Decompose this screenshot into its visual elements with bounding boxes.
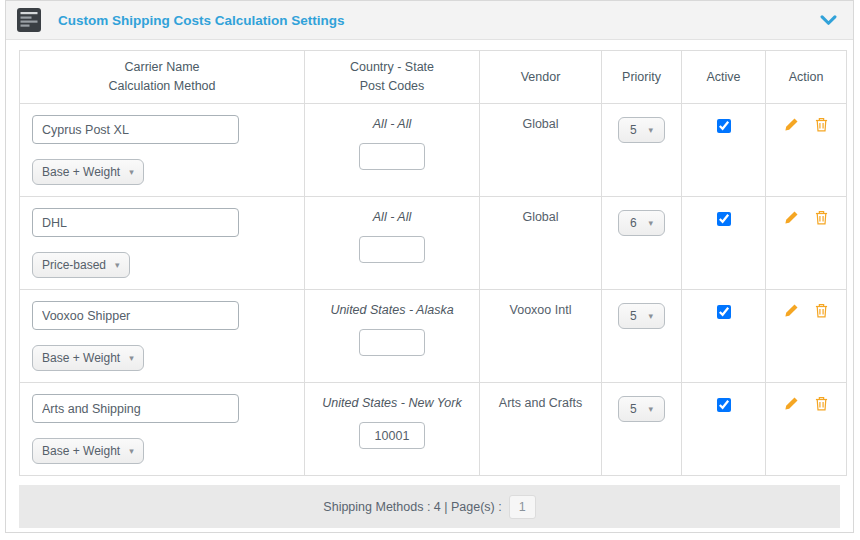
country-state-label: All - All (305, 117, 479, 131)
delete-icon[interactable] (815, 210, 828, 228)
country-cell: All - All (305, 197, 480, 290)
carrier-name-input[interactable] (32, 208, 239, 237)
form-list-icon (16, 7, 42, 33)
calculation-method-select[interactable]: Base + Weight ▾ (32, 438, 144, 464)
shipping-settings-panel: Custom Shipping Costs Calculation Settin… (5, 0, 854, 533)
table-row: Base + Weight ▾ United States - New York… (20, 383, 847, 476)
col-header-line: Priority (602, 68, 681, 87)
caret-down-icon: ▾ (649, 312, 654, 321)
country-cell: United States - Alaska (305, 290, 480, 383)
active-checkbox[interactable] (717, 305, 731, 319)
post-code-input[interactable] (359, 329, 425, 356)
post-code-input[interactable] (359, 236, 425, 263)
col-header-line: Active (682, 68, 765, 87)
active-cell (682, 383, 766, 476)
priority-value: 5 (630, 123, 637, 137)
col-header-line: Action (766, 68, 846, 87)
edit-icon[interactable] (784, 210, 799, 228)
country-state-label: All - All (305, 210, 479, 224)
action-cell (766, 197, 847, 290)
calculation-method-select[interactable]: Base + Weight ▾ (32, 345, 144, 371)
carrier-cell: Base + Weight ▾ (20, 383, 305, 476)
table-row: Base + Weight ▾ United States - Alaska V… (20, 290, 847, 383)
country-cell: United States - New York (305, 383, 480, 476)
post-code-input[interactable] (359, 143, 425, 170)
vendor-cell: Global (480, 104, 602, 197)
active-cell (682, 104, 766, 197)
carrier-cell: Base + Weight ▾ (20, 104, 305, 197)
col-header-action: Action (766, 51, 847, 104)
panel-header: Custom Shipping Costs Calculation Settin… (6, 1, 853, 40)
priority-select[interactable]: 5 ▾ (618, 117, 665, 143)
priority-select[interactable]: 5 ▾ (618, 303, 665, 329)
caret-down-icon: ▾ (129, 168, 134, 177)
active-checkbox[interactable] (717, 119, 731, 133)
vendor-label: Global (522, 210, 558, 224)
vendor-label: Global (522, 117, 558, 131)
table-row: Base + Weight ▾ All - All Global 5 ▾ (20, 104, 847, 197)
col-header-active: Active (682, 51, 766, 104)
caret-down-icon: ▾ (649, 126, 654, 135)
edit-icon[interactable] (784, 396, 799, 414)
caret-down-icon: ▾ (649, 219, 654, 228)
carrier-name-input[interactable] (32, 301, 239, 330)
edit-icon[interactable] (784, 303, 799, 321)
priority-select[interactable]: 6 ▾ (618, 210, 665, 236)
post-code-input[interactable] (359, 422, 425, 449)
col-header-vendor: Vendor (480, 51, 602, 104)
calculation-method-value: Base + Weight (42, 351, 120, 365)
country-cell: All - All (305, 104, 480, 197)
panel-title: Custom Shipping Costs Calculation Settin… (58, 13, 820, 28)
col-header-line: Post Codes (305, 77, 479, 96)
priority-cell: 5 ▾ (602, 290, 682, 383)
carrier-cell: Price-based ▾ (20, 197, 305, 290)
col-header-line: Carrier Name (20, 58, 304, 77)
carrier-name-input[interactable] (32, 115, 239, 144)
caret-down-icon: ▾ (649, 405, 654, 414)
summary-label: Shipping Methods : 4 | Page(s) : (323, 500, 501, 514)
priority-cell: 6 ▾ (602, 197, 682, 290)
priority-value: 5 (630, 402, 637, 416)
country-state-label: United States - Alaska (305, 303, 479, 317)
calculation-method-select[interactable]: Base + Weight ▾ (32, 159, 144, 185)
table-body: Base + Weight ▾ All - All Global 5 ▾ (20, 104, 847, 476)
caret-down-icon: ▾ (129, 447, 134, 456)
priority-cell: 5 ▾ (602, 104, 682, 197)
vendor-cell: Global (480, 197, 602, 290)
col-header-line: Vendor (480, 68, 601, 87)
carrier-name-input[interactable] (32, 394, 239, 423)
vendor-label: Arts and Crafts (499, 396, 582, 410)
table-header-row: Carrier Name Calculation Method Country … (20, 51, 847, 104)
priority-cell: 5 ▾ (602, 383, 682, 476)
delete-icon[interactable] (815, 303, 828, 321)
active-checkbox[interactable] (717, 212, 731, 226)
delete-icon[interactable] (815, 396, 828, 414)
calculation-method-value: Base + Weight (42, 444, 120, 458)
col-header-country: Country - State Post Codes (305, 51, 480, 104)
caret-down-icon: ▾ (129, 354, 134, 363)
active-checkbox[interactable] (717, 398, 731, 412)
summary-bar: Shipping Methods : 4 | Page(s) : 1 (19, 485, 840, 528)
priority-value: 5 (630, 309, 637, 323)
delete-icon[interactable] (815, 117, 828, 135)
vendor-cell: Vooxoo Intl (480, 290, 602, 383)
col-header-line: Country - State (305, 58, 479, 77)
action-cell (766, 104, 847, 197)
priority-select[interactable]: 5 ▾ (618, 396, 665, 422)
chevron-down-icon[interactable] (820, 15, 837, 26)
action-cell (766, 383, 847, 476)
col-header-priority: Priority (602, 51, 682, 104)
col-header-carrier: Carrier Name Calculation Method (20, 51, 305, 104)
active-cell (682, 197, 766, 290)
country-state-label: United States - New York (305, 396, 479, 410)
active-cell (682, 290, 766, 383)
priority-value: 6 (630, 216, 637, 230)
table-row: Price-based ▾ All - All Global 6 ▾ (20, 197, 847, 290)
calculation-method-value: Price-based (42, 258, 106, 272)
shipping-methods-table: Carrier Name Calculation Method Country … (19, 50, 847, 476)
page-number-button[interactable]: 1 (509, 495, 536, 519)
edit-icon[interactable] (784, 117, 799, 135)
vendor-cell: Arts and Crafts (480, 383, 602, 476)
col-header-line: Calculation Method (20, 77, 304, 96)
calculation-method-select[interactable]: Price-based ▾ (32, 252, 130, 278)
